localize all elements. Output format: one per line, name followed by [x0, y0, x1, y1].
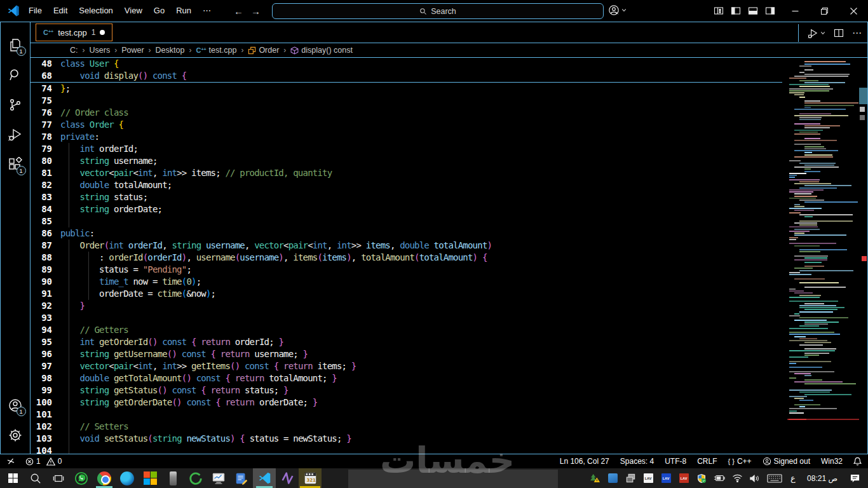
language-mode[interactable]: { } C++: [728, 457, 752, 466]
menu-view[interactable]: View: [119, 0, 148, 22]
taskbar-system-monitor-icon[interactable]: [207, 468, 230, 488]
taskbar-media-player-classic-icon[interactable]: 321: [299, 468, 322, 488]
account-status[interactable]: Signed out: [763, 457, 810, 466]
menu-more[interactable]: ⋯: [197, 0, 217, 22]
line-number[interactable]: 103: [31, 433, 60, 445]
extensions-icon[interactable]: 1: [1, 149, 31, 179]
cursor-position[interactable]: Ln 106, Col 27: [560, 457, 609, 466]
line-number[interactable]: 79: [31, 143, 60, 155]
line-number[interactable]: 78: [31, 131, 60, 143]
tray-clock[interactable]: 08:21 ص: [802, 474, 843, 483]
line-number[interactable]: 74: [31, 83, 60, 95]
taskbar-green-ring-app-icon[interactable]: [184, 468, 207, 488]
tray-power-plug-icon[interactable]: [712, 468, 727, 488]
breadcrumb-symbol-class[interactable]: Order: [248, 46, 279, 55]
tray-lav-red-icon[interactable]: LAV: [676, 468, 691, 488]
breadcrumb-power[interactable]: Power: [121, 46, 144, 55]
line-number[interactable]: 91: [31, 288, 60, 300]
line-number[interactable]: 101: [31, 409, 60, 421]
run-debug-icon[interactable]: [1, 119, 31, 149]
line-number[interactable]: 89: [31, 264, 60, 276]
line-number[interactable]: 83: [31, 191, 60, 203]
taskbar-whatsapp-icon[interactable]: [70, 468, 93, 488]
line-number[interactable]: 48: [31, 58, 60, 70]
toggle-panel-button[interactable]: [747, 5, 759, 17]
breadcrumb-file[interactable]: C++ test.cpp: [196, 46, 236, 55]
menu-go[interactable]: Go: [148, 0, 170, 22]
toggle-primary-sidebar-button[interactable]: [730, 5, 742, 17]
close-button[interactable]: [839, 0, 868, 22]
eol-sequence[interactable]: CRLF: [697, 457, 717, 466]
taskbar-edge-icon[interactable]: [116, 468, 139, 488]
line-number[interactable]: 96: [31, 348, 60, 360]
run-or-debug-button[interactable]: [808, 28, 825, 39]
line-number[interactable]: 104: [31, 445, 60, 454]
breadcrumb-desktop[interactable]: Desktop: [156, 46, 185, 55]
line-number[interactable]: 99: [31, 384, 60, 396]
nav-forward-icon[interactable]: →: [251, 6, 261, 17]
split-editor-button[interactable]: [834, 28, 844, 38]
line-number[interactable]: 98: [31, 372, 60, 384]
menu-selection[interactable]: Selection: [73, 0, 118, 22]
tray-window-stack-icon[interactable]: [623, 468, 638, 488]
tray-language-indicator[interactable]: ع: [787, 473, 799, 483]
problems-indicator[interactable]: 1 0: [25, 457, 62, 466]
modified-dot-icon[interactable]: [100, 30, 105, 35]
taskbar-gray-app-icon[interactable]: [161, 468, 184, 488]
search-view-icon[interactable]: [1, 60, 31, 90]
line-number[interactable]: 88: [31, 252, 60, 264]
line-number[interactable]: 81: [31, 167, 60, 179]
line-number[interactable]: 97: [31, 360, 60, 372]
line-number[interactable]: 84: [31, 203, 60, 215]
line-number[interactable]: 68: [31, 70, 60, 82]
line-number[interactable]: 95: [31, 336, 60, 348]
taskbar-microsoft-hub-icon[interactable]: [139, 468, 161, 488]
breadcrumb-drive[interactable]: C:: [70, 46, 78, 55]
menu-run[interactable]: Run: [170, 0, 197, 22]
restore-button[interactable]: [810, 0, 839, 22]
start-button[interactable]: [1, 468, 24, 488]
line-number[interactable]: 80: [31, 155, 60, 167]
source-control-icon[interactable]: [1, 90, 31, 119]
encoding[interactable]: UTF-8: [665, 457, 686, 466]
editor[interactable]: 74};7576// Order class77class Order {78p…: [31, 58, 867, 454]
line-number[interactable]: 77: [31, 119, 60, 131]
command-center-search[interactable]: Search: [272, 3, 604, 19]
action-center-icon[interactable]: [845, 468, 864, 488]
task-view-button[interactable]: [47, 468, 70, 488]
notifications-bell[interactable]: [853, 457, 862, 466]
line-number[interactable]: 90: [31, 276, 60, 288]
tray-volume-icon[interactable]: [747, 468, 763, 488]
taskbar-blue-document-icon[interactable]: [230, 468, 253, 488]
tab-test-cpp[interactable]: C++ test.cpp 1: [36, 24, 112, 41]
line-number[interactable]: 92: [31, 300, 60, 312]
line-number[interactable]: 75: [31, 95, 60, 107]
tray-lav-white-icon[interactable]: LAV: [641, 468, 656, 488]
platform-indicator[interactable]: Win32: [821, 457, 843, 466]
line-number[interactable]: 76: [31, 107, 60, 119]
line-number[interactable]: 100: [31, 396, 60, 409]
taskbar-chrome-icon[interactable]: [93, 468, 116, 488]
line-number[interactable]: 93: [31, 312, 60, 324]
line-number[interactable]: 86: [31, 227, 60, 240]
tray-tree-warning-icon[interactable]: [587, 468, 602, 488]
breadcrumb-users[interactable]: Users: [90, 46, 111, 55]
minimize-button[interactable]: [780, 0, 810, 22]
menu-edit[interactable]: Edit: [48, 0, 73, 22]
line-number[interactable]: 87: [31, 240, 60, 252]
line-number[interactable]: 82: [31, 179, 60, 191]
nav-back-icon[interactable]: ←: [234, 6, 243, 17]
accounts-icon[interactable]: 1: [1, 390, 31, 420]
toggle-secondary-sidebar-button[interactable]: [764, 5, 776, 17]
line-number[interactable]: 85: [31, 215, 60, 227]
customize-layout-button[interactable]: [713, 5, 724, 17]
tray-touch-keyboard-icon[interactable]: [765, 468, 784, 488]
line-number[interactable]: 102: [31, 421, 60, 433]
explorer-icon[interactable]: 1: [1, 30, 31, 60]
menu-file[interactable]: File: [23, 0, 48, 22]
minimap[interactable]: [787, 58, 867, 454]
settings-gear-icon[interactable]: [1, 420, 31, 450]
scrollbar-slider[interactable]: [859, 88, 867, 104]
editor-more-actions-button[interactable]: ⋯: [852, 30, 862, 36]
indentation[interactable]: Spaces: 4: [620, 457, 654, 466]
